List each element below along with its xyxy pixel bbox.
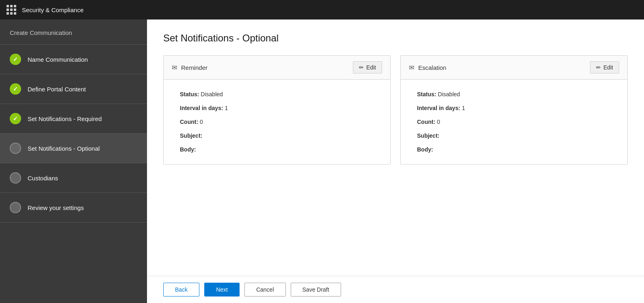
main-layout: Create Communication ✓ Name Communicatio… <box>0 19 644 303</box>
escalation-interval-field: Interval in days: 1 <box>417 105 611 111</box>
reminder-status-label: Status: <box>180 91 199 97</box>
sidebar-item-custodians[interactable]: Custodians <box>0 163 147 193</box>
reminder-interval-value: 1 <box>225 105 228 111</box>
sidebar-icon-set-notifications-optional <box>10 143 21 154</box>
reminder-status-value: Disabled <box>201 91 223 97</box>
escalation-card-header: ✉ Escalation ✏ Edit <box>401 56 627 80</box>
sidebar-item-set-notifications-required[interactable]: ✓ Set Notifications - Required <box>0 104 147 134</box>
content-body: Set Notifications - Optional ✉ Reminder … <box>147 19 644 276</box>
reminder-edit-button[interactable]: ✏ Edit <box>353 61 382 74</box>
sidebar-label-name-communication: Name Communication <box>28 56 88 63</box>
escalation-count-field: Count: 0 <box>417 119 611 125</box>
reminder-body-label: Body: <box>180 146 196 153</box>
escalation-count-label: Count: <box>417 119 435 125</box>
escalation-edit-label: Edit <box>603 64 613 71</box>
escalation-card-title: Escalation <box>418 64 446 71</box>
reminder-count-value: 0 <box>200 119 203 125</box>
back-button[interactable]: Back <box>163 283 199 297</box>
escalation-mail-icon: ✉ <box>409 64 414 71</box>
sidebar-label-set-notifications-optional: Set Notifications - Optional <box>28 145 100 152</box>
sidebar-item-define-portal-content[interactable]: ✓ Define Portal Content <box>0 74 147 104</box>
cancel-button[interactable]: Cancel <box>244 283 286 297</box>
sidebar-header: Create Communication <box>0 19 147 45</box>
escalation-status-label: Status: <box>417 91 436 97</box>
reminder-edit-pencil-icon: ✏ <box>359 64 364 71</box>
escalation-card-body: Status: Disabled Interval in days: 1 Cou… <box>401 80 627 164</box>
reminder-edit-label: Edit <box>366 64 376 71</box>
reminder-body-field: Body: <box>180 146 374 153</box>
cards-row: ✉ Reminder ✏ Edit Status: Disabled <box>163 55 628 164</box>
reminder-card-body: Status: Disabled Interval in days: 1 Cou… <box>164 80 390 164</box>
sidebar-label-define-portal-content: Define Portal Content <box>28 86 86 93</box>
escalation-card-header-left: ✉ Escalation <box>409 64 446 71</box>
escalation-count-value: 0 <box>437 119 440 125</box>
reminder-status-field: Status: Disabled <box>180 91 374 97</box>
next-button[interactable]: Next <box>204 283 240 297</box>
sidebar-item-review-settings[interactable]: Review your settings <box>0 193 147 223</box>
save-draft-button[interactable]: Save Draft <box>291 283 341 297</box>
sidebar-label-custodians: Custodians <box>28 175 58 182</box>
app-title: Security & Compliance <box>22 6 84 13</box>
escalation-subject-label: Subject: <box>417 132 439 139</box>
reminder-interval-field: Interval in days: 1 <box>180 105 374 111</box>
reminder-card-header: ✉ Reminder ✏ Edit <box>164 56 390 80</box>
escalation-interval-label: Interval in days: <box>417 105 460 111</box>
reminder-card: ✉ Reminder ✏ Edit Status: Disabled <box>163 55 391 164</box>
sidebar-label-set-notifications-required: Set Notifications - Required <box>28 115 102 122</box>
sidebar-item-name-communication[interactable]: ✓ Name Communication <box>0 45 147 74</box>
escalation-body-label: Body: <box>417 146 433 153</box>
sidebar-icon-custodians <box>10 172 21 184</box>
escalation-card: ✉ Escalation ✏ Edit Status: Disabled <box>400 55 628 164</box>
escalation-edit-pencil-icon: ✏ <box>596 64 601 71</box>
escalation-status-field: Status: Disabled <box>417 91 611 97</box>
reminder-interval-label: Interval in days: <box>180 105 223 111</box>
sidebar-icon-set-notifications-required: ✓ <box>10 113 21 124</box>
reminder-subject-field: Subject: <box>180 132 374 139</box>
reminder-count-label: Count: <box>180 119 198 125</box>
page-title: Set Notifications - Optional <box>163 32 628 44</box>
sidebar-label-review-settings: Review your settings <box>28 204 84 211</box>
sidebar-icon-name-communication: ✓ <box>10 54 21 65</box>
reminder-mail-icon: ✉ <box>172 64 177 71</box>
sidebar-item-set-notifications-optional[interactable]: Set Notifications - Optional <box>0 134 147 163</box>
escalation-subject-field: Subject: <box>417 132 611 139</box>
sidebar: Create Communication ✓ Name Communicatio… <box>0 19 147 303</box>
escalation-interval-value: 1 <box>462 105 465 111</box>
escalation-edit-button[interactable]: ✏ Edit <box>590 61 619 74</box>
reminder-card-header-left: ✉ Reminder <box>172 64 207 71</box>
sidebar-icon-define-portal-content: ✓ <box>10 83 21 95</box>
escalation-status-value: Disabled <box>438 91 460 97</box>
escalation-body-field: Body: <box>417 146 611 153</box>
reminder-subject-label: Subject: <box>180 132 202 139</box>
reminder-count-field: Count: 0 <box>180 119 374 125</box>
sidebar-icon-review-settings <box>10 202 21 213</box>
reminder-card-title: Reminder <box>181 64 207 71</box>
topbar: Security & Compliance <box>0 0 644 19</box>
grid-dots-icon[interactable] <box>6 5 16 15</box>
footer: Back Next Cancel Save Draft <box>147 276 644 303</box>
content-area: Set Notifications - Optional ✉ Reminder … <box>147 19 644 303</box>
